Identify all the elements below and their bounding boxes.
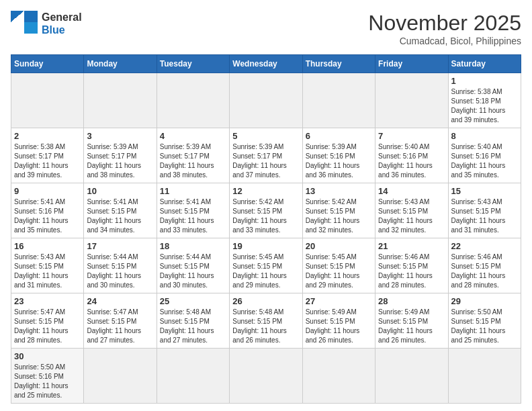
- calendar-day-cell: [375, 73, 448, 128]
- day-number: 23: [14, 296, 81, 306]
- calendar-week-row: 23Sunrise: 5:47 AMSunset: 5:15 PMDayligh…: [11, 293, 521, 349]
- day-number: 28: [378, 296, 445, 306]
- calendar-day-cell: [230, 349, 302, 404]
- calendar-day-cell: 16Sunrise: 5:43 AMSunset: 5:15 PMDayligh…: [11, 238, 84, 293]
- calendar-day-cell: 11Sunrise: 5:41 AMSunset: 5:15 PMDayligh…: [157, 183, 229, 238]
- day-info: Sunrise: 5:46 AMSunset: 5:15 PMDaylight:…: [451, 253, 518, 290]
- day-info: Sunrise: 5:50 AMSunset: 5:15 PMDaylight:…: [451, 308, 518, 345]
- day-info: Sunrise: 5:50 AMSunset: 5:16 PMDaylight:…: [14, 363, 81, 400]
- day-number: 22: [451, 241, 518, 251]
- day-info: Sunrise: 5:41 AMSunset: 5:15 PMDaylight:…: [87, 197, 153, 235]
- calendar-day-cell: 26Sunrise: 5:48 AMSunset: 5:15 PMDayligh…: [230, 293, 302, 349]
- day-number: 1: [451, 76, 518, 86]
- calendar-day-cell: 3Sunrise: 5:39 AMSunset: 5:17 PMDaylight…: [84, 128, 157, 183]
- day-info: Sunrise: 5:47 AMSunset: 5:15 PMDaylight:…: [14, 308, 81, 345]
- calendar-day-cell: 27Sunrise: 5:49 AMSunset: 5:15 PMDayligh…: [302, 293, 375, 349]
- calendar-day-cell: 21Sunrise: 5:46 AMSunset: 5:15 PMDayligh…: [375, 238, 448, 293]
- calendar: SundayMondayTuesdayWednesdayThursdayFrid…: [11, 54, 521, 404]
- calendar-day-cell: 23Sunrise: 5:47 AMSunset: 5:15 PMDayligh…: [11, 293, 84, 349]
- day-number: 17: [87, 241, 153, 251]
- calendar-day-cell: 14Sunrise: 5:43 AMSunset: 5:15 PMDayligh…: [375, 183, 448, 238]
- calendar-week-row: 1Sunrise: 5:38 AMSunset: 5:18 PMDaylight…: [11, 73, 521, 128]
- day-info: Sunrise: 5:38 AMSunset: 5:18 PMDaylight:…: [451, 87, 518, 125]
- day-info: Sunrise: 5:38 AMSunset: 5:17 PMDaylight:…: [14, 142, 81, 180]
- month-title: November 2025: [368, 11, 521, 36]
- day-number: 27: [306, 296, 372, 306]
- title-section: November 2025 Cumadcad, Bicol, Philippin…: [368, 11, 521, 46]
- day-info: Sunrise: 5:41 AMSunset: 5:16 PMDaylight:…: [14, 197, 81, 235]
- day-number: 29: [451, 296, 518, 306]
- weekday-header: Saturday: [448, 55, 521, 73]
- day-info: Sunrise: 5:47 AMSunset: 5:15 PMDaylight:…: [87, 308, 153, 345]
- day-number: 8: [451, 131, 518, 141]
- day-number: 15: [451, 186, 518, 196]
- day-info: Sunrise: 5:44 AMSunset: 5:15 PMDaylight:…: [160, 253, 226, 290]
- location: Cumadcad, Bicol, Philippines: [368, 36, 521, 46]
- day-number: 13: [306, 186, 372, 196]
- day-info: Sunrise: 5:43 AMSunset: 5:15 PMDaylight:…: [378, 197, 445, 235]
- calendar-day-cell: 20Sunrise: 5:45 AMSunset: 5:15 PMDayligh…: [302, 238, 375, 293]
- day-info: Sunrise: 5:45 AMSunset: 5:15 PMDaylight:…: [232, 253, 299, 290]
- weekday-header: Tuesday: [157, 55, 229, 73]
- day-info: Sunrise: 5:41 AMSunset: 5:15 PMDaylight:…: [160, 197, 226, 235]
- calendar-day-cell: 1Sunrise: 5:38 AMSunset: 5:18 PMDaylight…: [448, 73, 521, 128]
- calendar-day-cell: [157, 73, 229, 128]
- calendar-day-cell: 24Sunrise: 5:47 AMSunset: 5:15 PMDayligh…: [84, 293, 157, 349]
- day-number: 2: [14, 131, 81, 141]
- calendar-day-cell: 19Sunrise: 5:45 AMSunset: 5:15 PMDayligh…: [230, 238, 302, 293]
- calendar-day-cell: 28Sunrise: 5:49 AMSunset: 5:15 PMDayligh…: [375, 293, 448, 349]
- calendar-day-cell: 2Sunrise: 5:38 AMSunset: 5:17 PMDaylight…: [11, 128, 84, 183]
- calendar-day-cell: 18Sunrise: 5:44 AMSunset: 5:15 PMDayligh…: [157, 238, 229, 293]
- logo: General Blue General Blue: [11, 11, 82, 36]
- header-row: SundayMondayTuesdayWednesdayThursdayFrid…: [11, 55, 521, 73]
- day-number: 30: [14, 351, 81, 361]
- calendar-day-cell: 17Sunrise: 5:44 AMSunset: 5:15 PMDayligh…: [84, 238, 157, 293]
- day-info: Sunrise: 5:45 AMSunset: 5:15 PMDaylight:…: [306, 253, 372, 290]
- day-info: Sunrise: 5:48 AMSunset: 5:15 PMDaylight:…: [160, 308, 226, 345]
- day-number: 14: [378, 186, 445, 196]
- day-number: 6: [306, 131, 372, 141]
- calendar-day-cell: [375, 349, 448, 404]
- day-number: 10: [87, 186, 153, 196]
- day-info: Sunrise: 5:43 AMSunset: 5:15 PMDaylight:…: [14, 253, 81, 290]
- calendar-day-cell: 25Sunrise: 5:48 AMSunset: 5:15 PMDayligh…: [157, 293, 229, 349]
- calendar-day-cell: [448, 349, 521, 404]
- calendar-day-cell: [302, 349, 375, 404]
- calendar-day-cell: [157, 349, 229, 404]
- calendar-day-cell: 9Sunrise: 5:41 AMSunset: 5:16 PMDaylight…: [11, 183, 84, 238]
- day-info: Sunrise: 5:42 AMSunset: 5:15 PMDaylight:…: [306, 197, 372, 235]
- day-info: Sunrise: 5:44 AMSunset: 5:15 PMDaylight:…: [87, 253, 153, 290]
- day-number: 19: [232, 241, 299, 251]
- calendar-day-cell: [302, 73, 375, 128]
- calendar-day-cell: 22Sunrise: 5:46 AMSunset: 5:15 PMDayligh…: [448, 238, 521, 293]
- calendar-week-row: 2Sunrise: 5:38 AMSunset: 5:17 PMDaylight…: [11, 128, 521, 183]
- weekday-header: Sunday: [11, 55, 84, 73]
- weekday-header: Friday: [375, 55, 448, 73]
- calendar-day-cell: 13Sunrise: 5:42 AMSunset: 5:15 PMDayligh…: [302, 183, 375, 238]
- calendar-week-row: 9Sunrise: 5:41 AMSunset: 5:16 PMDaylight…: [11, 183, 521, 238]
- day-number: 3: [87, 131, 153, 141]
- day-number: 11: [160, 186, 226, 196]
- calendar-day-cell: [11, 73, 84, 128]
- logo-general: General: [42, 11, 82, 24]
- day-info: Sunrise: 5:39 AMSunset: 5:16 PMDaylight:…: [306, 142, 372, 180]
- day-info: Sunrise: 5:46 AMSunset: 5:15 PMDaylight:…: [378, 253, 445, 290]
- calendar-day-cell: [230, 73, 302, 128]
- calendar-day-cell: 29Sunrise: 5:50 AMSunset: 5:15 PMDayligh…: [448, 293, 521, 349]
- calendar-day-cell: 10Sunrise: 5:41 AMSunset: 5:15 PMDayligh…: [84, 183, 157, 238]
- day-info: Sunrise: 5:40 AMSunset: 5:16 PMDaylight:…: [378, 142, 445, 180]
- day-info: Sunrise: 5:43 AMSunset: 5:15 PMDaylight:…: [451, 197, 518, 235]
- weekday-header: Wednesday: [230, 55, 302, 73]
- day-info: Sunrise: 5:42 AMSunset: 5:15 PMDaylight:…: [232, 197, 299, 235]
- header: General Blue General Blue November 2025 …: [11, 11, 521, 46]
- day-number: 18: [160, 241, 226, 251]
- day-info: Sunrise: 5:39 AMSunset: 5:17 PMDaylight:…: [160, 142, 226, 180]
- calendar-day-cell: 8Sunrise: 5:40 AMSunset: 5:16 PMDaylight…: [448, 128, 521, 183]
- day-number: 12: [232, 186, 299, 196]
- day-info: Sunrise: 5:40 AMSunset: 5:16 PMDaylight:…: [451, 142, 518, 180]
- day-info: Sunrise: 5:48 AMSunset: 5:15 PMDaylight:…: [232, 308, 299, 345]
- day-number: 7: [378, 131, 445, 141]
- calendar-day-cell: 30Sunrise: 5:50 AMSunset: 5:16 PMDayligh…: [11, 349, 84, 404]
- calendar-day-cell: 6Sunrise: 5:39 AMSunset: 5:16 PMDaylight…: [302, 128, 375, 183]
- day-number: 26: [232, 296, 299, 306]
